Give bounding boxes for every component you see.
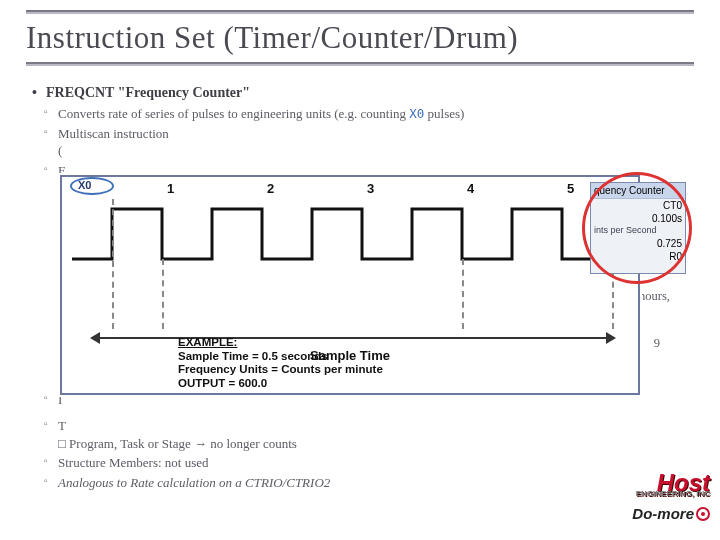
dash-start xyxy=(112,199,114,329)
stray-text-hours: hours, xyxy=(639,289,670,304)
parameter-panel: quency Counter CT0 0.100s ints per Secon… xyxy=(590,182,686,274)
param-time: 0.100s xyxy=(591,212,685,225)
signal-label: X0 xyxy=(78,179,91,191)
diagram-inner: X0 1 2 3 4 5 Sample Time EXAMPLE: Sample… xyxy=(62,177,638,393)
pulse-num-3: 3 xyxy=(367,181,374,196)
pulse-num-1: 1 xyxy=(167,181,174,196)
arrow-right-icon xyxy=(606,332,616,344)
page-title: Instruction Set (Timer/Counter/Drum) xyxy=(26,20,694,56)
signal-oval xyxy=(70,177,114,195)
param-ct: CT0 xyxy=(591,199,685,212)
example-line-2: Frequency Units = Counts per minute xyxy=(178,363,383,375)
host-logo-text: Host ENGINEERING, INC xyxy=(590,473,710,497)
example-line-1: Sample Time = 0.5 seconds xyxy=(178,350,328,362)
stray-text-9: 9 xyxy=(654,336,660,351)
pulse-waveform xyxy=(72,199,632,269)
param-header: quency Counter xyxy=(591,183,685,199)
dash-p1 xyxy=(162,259,164,329)
domore-logo: Do-more xyxy=(590,505,710,522)
slide: Instruction Set (Timer/Counter/Drum) FRE… xyxy=(0,0,720,540)
pulse-num-5: 5 xyxy=(567,181,574,196)
ring-icon xyxy=(696,507,710,521)
pulse-num-4: 4 xyxy=(467,181,474,196)
example-block: EXAMPLE: Sample Time = 0.5 seconds Frequ… xyxy=(178,336,383,391)
bullet-level-2: Converts rate of series of pulses to eng… xyxy=(44,105,694,180)
main-bullet: FREQCNT "Frequency Counter" xyxy=(32,84,694,103)
sub-bullet-multiscan: Multiscan instruction ( xyxy=(44,125,694,160)
sub-bullet-t: T □ Program, Task or Stage → no longer c… xyxy=(44,417,694,452)
bullet-level-1: FREQCNT "Frequency Counter" xyxy=(32,84,694,103)
sub-bullet-converts: Converts rate of series of pulses to eng… xyxy=(44,105,694,123)
sub-bullet-struct: Structure Members: not used xyxy=(44,454,694,472)
code-x0: X0 xyxy=(409,106,424,121)
pulse-num-2: 2 xyxy=(267,181,274,196)
example-line-3: OUTPUT = 600.0 xyxy=(178,377,267,389)
timing-diagram: X0 1 2 3 4 5 Sample Time EXAMPLE: Sample… xyxy=(60,175,640,395)
dash-p4 xyxy=(462,259,464,329)
param-unit: ints per Second xyxy=(591,225,685,237)
vendor-logo: Host ENGINEERING, INC Do-more xyxy=(590,473,710,522)
rule-top xyxy=(26,10,694,14)
param-scale: 0.725 xyxy=(591,237,685,250)
param-reg: R0 xyxy=(591,250,685,263)
rule-under-title xyxy=(26,62,694,66)
example-heading: EXAMPLE: xyxy=(178,336,237,348)
